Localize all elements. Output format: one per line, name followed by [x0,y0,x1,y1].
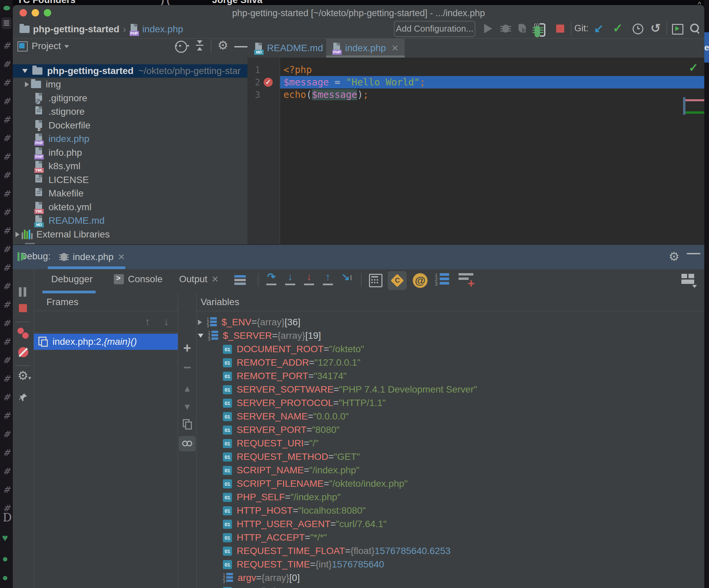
code-area[interactable]: <?php$message = "Hello World";echo($mess… [280,58,704,244]
pin-tab-icon[interactable] [18,392,28,402]
variable-row-script_filename[interactable]: 01SCRIPT_FILENAME = "/okteto/index.php" [196,477,704,491]
variable-row-remote_addr[interactable]: 01REMOTE_ADDR = "127.0.0.1" [196,356,704,369]
variable-name[interactable]: $_SERVER [223,330,272,341]
variable-name[interactable]: REQUEST_METHOD [237,451,328,462]
variable-row-server_port[interactable]: 01SERVER_PORT = "8080" [196,423,704,437]
tree-item--stignore[interactable]: .stignore [13,105,247,118]
run-button[interactable] [482,23,494,35]
tree-item-external-libraries[interactable]: External Libraries [13,228,247,241]
variable-row-http_user_agent[interactable]: 01HTTP_USER_AGENT = "curl/7.64.1" [196,517,704,531]
close-icon[interactable]: ✕ [117,252,125,262]
frame-row-selected[interactable]: index.php:2, {main}() [34,334,178,350]
variable-name[interactable]: HTTP_ACCEPT [237,532,305,543]
variable-name[interactable]: REMOTE_ADDR [237,357,309,368]
run-anything-icon[interactable] [671,23,683,35]
tab-console[interactable]: Console [114,274,163,285]
tree-item-label[interactable]: LICENSE [49,175,89,185]
threads-view-icon[interactable] [234,275,246,286]
variable-name[interactable]: HTTP_USER_AGENT [237,519,331,529]
tree-item-index-php[interactable]: PHPindex.php [13,132,247,146]
debugger-settings-icon[interactable]: ⚙▾ [18,370,31,384]
tree-item-img[interactable]: img [13,78,247,91]
variable-row-server_software[interactable]: 01SERVER_SOFTWARE = "PHP 7.4.1 Developme… [196,383,704,396]
code-line-1[interactable]: <?php [280,63,704,76]
variable-name[interactable]: $_ENV [221,317,252,328]
variable-name[interactable]: REQUEST_URI [237,438,304,449]
git-rollback-button[interactable]: ↺ [650,23,662,35]
search-everywhere-icon[interactable] [689,23,701,35]
variable-name[interactable]: SERVER_SOFTWARE [237,384,334,395]
tree-item-k8s-yml[interactable]: YMLk8s.yml [13,160,247,173]
tree-root-row[interactable]: php-getting-started ~/okteto/php-getting… [13,64,247,78]
variable-name[interactable]: SERVER_NAME [237,411,308,422]
line-number[interactable]: 3 [247,90,260,100]
tree-item-label[interactable]: .stignore [49,106,84,117]
chevron-down-icon[interactable] [198,334,203,338]
variable-name[interactable]: PHP_SELF [237,492,285,503]
code-line-2[interactable]: $message = "Hello World"; [280,76,704,88]
variable-row-script_name[interactable]: 01SCRIPT_NAME = "/index.php" [196,464,704,477]
inspection-ok-icon[interactable]: ✓ [689,61,699,74]
chevron-down-icon[interactable] [22,69,28,73]
close-icon[interactable]: ✕ [391,43,399,54]
tree-item-label[interactable]: Dockerfile [49,120,90,131]
frame-up-icon[interactable]: ↑ [145,315,150,328]
add-configuration-button[interactable]: Add Configuration... [394,21,475,37]
tab-label[interactable]: index.php [345,43,386,54]
step-out-icon[interactable]: ↑ [322,272,334,285]
show-constants-toggle[interactable]: C [388,271,407,290]
variable-name[interactable]: SCRIPT_NAME [237,465,304,476]
remove-icon[interactable]: − [178,360,196,375]
tree-item-label[interactable]: okteto.yml [49,202,91,213]
debug-button[interactable] [500,23,512,35]
at-references-icon[interactable]: @ [413,273,427,288]
tab-output[interactable]: Output ✕ [179,274,219,285]
stop-button[interactable] [554,23,566,35]
code-line-3[interactable]: echo($message); [280,88,704,101]
copy-icon[interactable] [178,419,196,430]
frame-down-icon[interactable]: ↓ [164,315,169,328]
tree-item-label[interactable]: External Libraries [36,229,110,240]
move-up-icon[interactable]: ▲ [178,384,196,394]
resume-program-icon[interactable] [18,252,28,262]
tree-root-name[interactable]: php-getting-started [47,65,134,76]
variable-row-http_host[interactable]: 01HTTP_HOST = "localhost:8080" [196,504,704,517]
force-step-into-icon[interactable]: ↓ [303,272,315,285]
run-to-cursor-icon[interactable]: ↘I [341,272,353,285]
stop-icon[interactable] [19,304,27,312]
hide-panel-icon[interactable]: — [687,248,700,258]
variable-name[interactable]: REMOTE_PORT [237,371,308,382]
layout-settings-icon[interactable] [681,274,695,285]
tree-item--gitignore[interactable]: .gitignore [13,91,247,105]
variable-name[interactable]: DOCUMENT_ROOT [237,344,323,355]
variable-row-document_root[interactable]: 01DOCUMENT_ROOT = "/okteto" [196,342,704,356]
variable-row-request_time_float[interactable]: 01REQUEST_TIME_FLOAT = {float} 157678564… [196,544,704,558]
tree-item-info-php[interactable]: PHPinfo.php [13,146,247,160]
variable-row-_env[interactable]: 123$_ENV = {array} [36] [196,315,704,329]
variable-row-_server[interactable]: 123$_SERVER = {array} [19] [196,329,704,342]
evaluate-expression-icon[interactable] [369,274,383,287]
tree-item-label[interactable]: info.php [49,147,82,158]
debug-session-tab[interactable]: index.php ✕ [54,245,130,269]
chevron-right-icon[interactable] [198,319,202,325]
tree-item-label[interactable]: Makefile [49,188,83,199]
tree-item-readme-md[interactable]: MDREADME.md [13,214,247,227]
step-into-icon[interactable]: ↓ [284,272,296,285]
variable-name[interactable]: argc [237,586,255,588]
git-history-button[interactable] [632,23,644,35]
hide-panel-icon[interactable]: — [234,41,247,51]
editor-tab-index.php[interactable]: PHPindex.php✕ [326,39,405,58]
locate-file-icon[interactable] [175,41,187,53]
line-number[interactable]: 2 [247,77,260,87]
show-watches-toggle[interactable] [179,436,195,451]
git-commit-button[interactable]: ✓ [613,23,625,35]
move-down-icon[interactable]: ▼ [178,402,196,412]
variable-name[interactable]: argv [238,572,256,583]
step-over-icon[interactable]: ↷ [265,272,278,285]
collapse-all-icon[interactable] [194,40,205,51]
tree-item-label[interactable]: index.php [49,134,89,144]
variable-row-argv[interactable]: 123argv = {array} [0] [196,571,704,585]
variable-name[interactable]: SERVER_PORT [237,424,306,435]
variable-row-server_protocol[interactable]: 01SERVER_PROTOCOL = "HTTP/1.1" [196,396,704,410]
breakpoint-icon[interactable]: ✓ [264,78,273,87]
